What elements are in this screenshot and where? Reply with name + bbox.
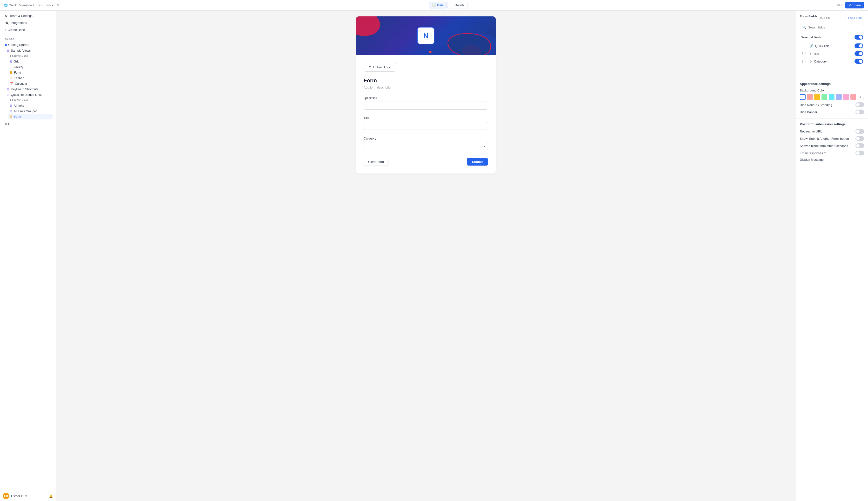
show-submit-another-toggle[interactable] — [856, 136, 864, 141]
avatar: ED — [3, 493, 9, 499]
add-color-swatch[interactable]: + — [858, 94, 864, 100]
appearance-section: Appearance settings Background Color + H… — [796, 78, 868, 118]
team-icon: ⚙ — [5, 14, 8, 18]
sidebar-view-form[interactable]: ☰ Form — [8, 70, 53, 75]
sidebar-top: ⚙ Team & Settings 🔌 Integrations + Creat… — [0, 11, 56, 35]
form-card: ⬆ Upload Logo Form Add form description … — [356, 55, 496, 173]
right-panel: Form Fields 3/3 Field + + Add Field 🔍 Se… — [796, 11, 868, 501]
post-submit-section: Post form submission settings Redirect t… — [796, 118, 868, 168]
main-content: N ⬆ Upload Logo Form Add form descriptio… — [56, 11, 796, 501]
sidebar-view-all-links-grouped[interactable]: ⊞ All Links Grouped — [8, 108, 53, 114]
category-select[interactable] — [364, 142, 488, 150]
drag-handle-icon[interactable]: ⋮⋮ — [801, 44, 807, 48]
grid-icon: ⊞ — [10, 60, 12, 63]
field-toggle-1[interactable] — [855, 51, 863, 56]
category-label: Category — [364, 137, 488, 140]
topbar-left: 🌐 Quick Reference L... ▾ / Form ▾ ↻ — [4, 3, 59, 7]
breadcrumb-workspace-name: Quick Reference L... — [9, 3, 37, 7]
hide-banner-row: Hide Banner — [800, 109, 864, 114]
color-swatch[interactable] — [850, 94, 856, 100]
add-field-button[interactable]: + + Add Field — [843, 15, 864, 20]
redirect-url-row: Redirect to URL — [800, 129, 864, 134]
breadcrumb-sep1: / — [42, 3, 42, 7]
sidebar-group-keyboard-shortcuts-header[interactable]: ⊞ Keyboard Shortcuts — [5, 86, 53, 92]
banner-blob1 — [356, 17, 380, 36]
details-icon: ⋮ — [450, 3, 453, 7]
upload-logo-button[interactable]: ⬆ Upload Logo — [364, 63, 396, 72]
show-submit-another-label: Show 'Submit Another Form' button — [800, 137, 849, 140]
form-icon: ☰ — [10, 71, 12, 74]
shortcut-hint: ⌘ K — [837, 4, 843, 7]
sidebar-item-integrations[interactable]: 🔌 Integrations — [3, 20, 53, 26]
form-field-category: Category ▾ — [364, 137, 488, 150]
show-blank-form-label: Show a blank form after 5 seconds — [800, 144, 848, 148]
hide-nocodb-label: Hide NocoDB Branding — [800, 103, 832, 107]
color-swatch[interactable] — [800, 94, 805, 100]
user-info[interactable]: ED Esther D ▾ — [3, 493, 27, 499]
select-all-toggle[interactable] — [855, 35, 863, 40]
field-type-icon: 🔗 — [810, 44, 813, 48]
sidebar-view-kanban[interactable]: ⊟ Kanban — [8, 75, 53, 81]
share-button[interactable]: ↗ Share — [845, 2, 864, 9]
divider-dots: ··· — [796, 69, 868, 78]
user-name: Esther D — [11, 494, 23, 498]
quick-link-input[interactable] — [364, 102, 488, 109]
field-toggle-2[interactable] — [855, 59, 863, 64]
sidebar-view-calendar[interactable]: 📅 Calendar — [8, 81, 53, 86]
topbar-center: 📊 Data ⋮ Details — [429, 2, 468, 9]
submit-button[interactable]: Submit — [467, 158, 488, 166]
notification-icon[interactable]: 🔔 — [49, 494, 53, 498]
color-swatch[interactable] — [807, 94, 813, 100]
color-swatch[interactable] — [822, 94, 827, 100]
sidebar-create-view-sv[interactable]: + Create View — [8, 53, 53, 58]
sidebar-group-sample-views-header[interactable]: ⊞ Sample Views — [5, 48, 53, 53]
field-toggle-0[interactable] — [855, 43, 863, 48]
clear-form-button[interactable]: Clear Form — [364, 158, 388, 166]
refresh-icon[interactable]: ↻ — [56, 3, 59, 7]
search-fields-input[interactable] — [808, 26, 861, 29]
breadcrumb-workspace[interactable]: 🌐 Quick Reference L... ▾ — [4, 3, 40, 7]
form-canvas: N ⬆ Upload Logo Form Add form descriptio… — [56, 11, 796, 501]
sidebar-view-grid[interactable]: ⊞ Grid — [8, 58, 53, 64]
workspace: ⚙ Team & Settings 🔌 Integrations + Creat… — [0, 11, 868, 501]
logo-text: N — [424, 32, 428, 40]
email-responses-toggle[interactable] — [856, 151, 864, 156]
bases-section: Bases Getting Started ⊞ Sample Views + C… — [0, 35, 56, 128]
sidebar-item-team-settings[interactable]: ⚙ Team & Settings — [3, 12, 53, 19]
sidebar-item-getting-started[interactable]: Getting Started — [3, 42, 53, 48]
chevron-down-icon-user: ▾ — [25, 494, 27, 498]
drag-handle-icon[interactable]: ⋮⋮ — [801, 52, 807, 55]
sidebar-create-view-qrl[interactable]: + Create View — [8, 97, 53, 103]
field-row: ⋮⋮ 🔗 Quick link — [800, 42, 864, 50]
color-swatch[interactable] — [836, 94, 842, 100]
sidebar-item-d-base[interactable]: D — [3, 121, 53, 127]
form-fields-section: Form Fields 3/3 Field + + Add Field 🔍 Se… — [796, 11, 868, 69]
show-submit-another-row: Show 'Submit Another Form' button — [800, 136, 864, 141]
sidebar-group-quick-reference-header[interactable]: ⊞ Quick Reference Links — [5, 92, 53, 97]
upload-icon: ⬆ — [369, 65, 371, 69]
hide-nocodb-toggle[interactable] — [856, 102, 864, 107]
base-dot — [5, 44, 7, 46]
data-icon: 📊 — [432, 3, 436, 7]
hide-banner-toggle[interactable] — [856, 109, 864, 114]
breadcrumb-form[interactable]: Form ▾ — [44, 3, 54, 7]
show-blank-form-toggle[interactable] — [856, 143, 864, 148]
form-description-placeholder[interactable]: Add form description — [364, 86, 488, 89]
sidebar-views-qrl: + Create View ⊞ All links ⊞ All Links Gr… — [8, 97, 53, 119]
color-swatch[interactable] — [829, 94, 835, 100]
tab-data[interactable]: 📊 Data — [429, 2, 447, 9]
color-swatch[interactable] — [814, 94, 820, 100]
d-base-icon — [5, 123, 7, 125]
tab-details[interactable]: ⋮ Details — [447, 2, 468, 9]
calendar-icon: 📅 — [10, 82, 13, 85]
field-name-label: Quick link — [815, 44, 853, 48]
sidebar-view-form-active[interactable]: ☰ Form — [8, 114, 53, 119]
sidebar-view-gallery[interactable]: ⊡ Gallery — [8, 64, 53, 70]
color-swatch[interactable] — [843, 94, 849, 100]
redirect-url-toggle[interactable] — [856, 129, 864, 134]
title-label: Title — [364, 116, 488, 120]
title-input[interactable] — [364, 122, 488, 130]
sidebar-item-create-base[interactable]: + Create Base — [3, 26, 53, 33]
drag-handle-icon[interactable]: ⋮⋮ — [801, 60, 807, 63]
sidebar-view-all-links[interactable]: ⊞ All links — [8, 103, 53, 108]
